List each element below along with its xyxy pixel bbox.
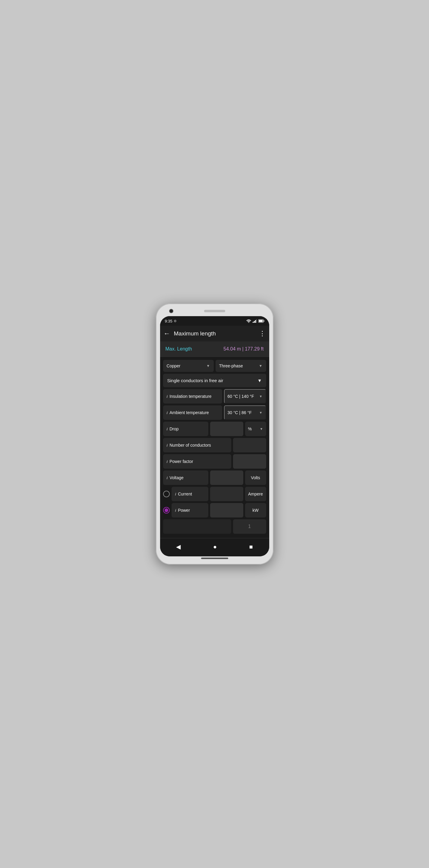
insulation-temp-chevron-icon: ▼ xyxy=(259,395,263,398)
material-dropdown[interactable]: Copper ▼ xyxy=(163,360,214,372)
power-factor-row: i Power factor 0.85 xyxy=(163,454,266,469)
phase-dropdown[interactable]: Three-phase ▼ xyxy=(216,360,266,372)
current-radio[interactable] xyxy=(163,491,170,497)
power-unit-label: kW xyxy=(252,508,258,513)
power-row: i Power 14 kW xyxy=(163,503,266,518)
phase-chevron-icon: ▼ xyxy=(259,364,263,368)
installation-type-label: Single conductors in free air xyxy=(167,378,223,383)
svg-rect-4 xyxy=(256,319,257,323)
current-row: i Current 23.7732 Ampere xyxy=(163,487,266,501)
drop-unit-dropdown[interactable]: % ▼ xyxy=(245,422,266,436)
insulation-temp-dropdown[interactable]: 60 °C | 140 °F ▼ xyxy=(224,389,266,404)
bottom-notch xyxy=(201,558,228,559)
status-icons xyxy=(246,319,265,323)
battery-icon xyxy=(258,319,265,323)
svg-rect-6 xyxy=(264,320,264,322)
current-unit-label: Ampere xyxy=(248,492,263,496)
partial-label xyxy=(163,519,231,534)
voltage-label: i Voltage xyxy=(163,470,208,485)
svg-rect-2 xyxy=(254,321,255,323)
power-factor-input[interactable]: 0.85 xyxy=(233,454,266,469)
svg-rect-3 xyxy=(255,320,256,323)
power-radio[interactable] xyxy=(163,507,170,514)
phone-top-bar xyxy=(160,309,269,316)
ambient-temp-value: 30 °C | 86 °F xyxy=(227,410,252,415)
voltage-unit: Volts xyxy=(245,470,266,485)
voltage-row: i Voltage 400 Volts xyxy=(163,470,266,485)
svg-rect-1 xyxy=(253,322,253,323)
current-info-icon[interactable]: i xyxy=(175,492,176,496)
power-info-icon[interactable]: i xyxy=(175,508,176,513)
material-phase-row: Copper ▼ Three-phase ▼ xyxy=(163,360,266,372)
nav-bar: ◀ ● ■ xyxy=(160,538,269,556)
power-text: Power xyxy=(178,508,190,513)
ambient-temp-label: i Ambient temperature xyxy=(163,405,222,420)
voltage-unit-label: Volts xyxy=(251,475,260,480)
wifi-icon xyxy=(246,319,251,323)
conductors-label: i Number of conductors xyxy=(163,438,231,453)
conductors-text: Number of conductors xyxy=(170,443,211,447)
recents-nav-button[interactable]: ■ xyxy=(243,541,259,552)
back-button[interactable]: ← xyxy=(164,330,170,338)
current-unit: Ampere xyxy=(245,487,266,501)
power-unit: kW xyxy=(245,503,266,518)
drop-unit-label: % xyxy=(248,427,252,431)
insulation-temp-info-icon[interactable]: i xyxy=(167,394,168,399)
status-bar: 9:35 ⚙ xyxy=(160,316,269,326)
material-label: Copper xyxy=(167,364,181,368)
phone-shell: 9:35 ⚙ xyxy=(156,304,273,564)
svg-point-0 xyxy=(248,322,249,323)
signal-icon xyxy=(253,319,257,323)
material-chevron-icon: ▼ xyxy=(207,364,210,368)
camera-icon xyxy=(169,309,173,313)
installation-type-row: Single conductors in free air ▼ xyxy=(163,374,266,387)
current-label: i Current xyxy=(172,487,208,501)
ambient-temp-text: Ambient temperature xyxy=(170,410,209,415)
power-label: i Power xyxy=(172,503,208,518)
partial-input: 1 xyxy=(233,519,266,534)
voltage-input[interactable]: 400 xyxy=(210,470,243,485)
power-factor-label: i Power factor xyxy=(163,454,231,469)
result-banner: Max. Length 54.04 m | 177.29 ft xyxy=(160,341,269,357)
conductors-input[interactable]: 3 xyxy=(233,438,266,453)
installation-chevron-icon: ▼ xyxy=(257,378,262,383)
conductors-row: i Number of conductors 3 xyxy=(163,438,266,453)
content-area: Copper ▼ Three-phase ▼ Single conductors… xyxy=(160,357,269,538)
phone-screen: 9:35 ⚙ xyxy=(160,316,269,556)
voltage-text: Voltage xyxy=(170,475,184,480)
insulation-temp-row: i Insulation temperature 60 °C | 140 °F … xyxy=(163,389,266,404)
insulation-temp-value: 60 °C | 140 °F xyxy=(227,394,254,399)
current-input[interactable]: 23.7732 xyxy=(210,487,243,501)
insulation-temp-label: i Insulation temperature xyxy=(163,389,222,404)
ambient-temp-row: i Ambient temperature 30 °C | 86 °F ▼ xyxy=(163,405,266,420)
speaker-grill xyxy=(204,310,225,312)
voltage-info-icon[interactable]: i xyxy=(167,475,168,480)
clock: 9:35 xyxy=(165,319,173,323)
power-factor-text: Power factor xyxy=(170,459,193,464)
drop-info-icon[interactable]: i xyxy=(167,427,168,431)
drop-text: Drop xyxy=(170,427,179,431)
drop-row: i Drop 4 % ▼ xyxy=(163,422,266,436)
drop-unit-chevron-icon: ▼ xyxy=(260,427,263,431)
result-value: 54.04 m | 177.29 ft xyxy=(223,346,264,352)
ambient-temp-chevron-icon: ▼ xyxy=(259,411,263,414)
phase-label: Three-phase xyxy=(219,364,243,368)
page-title: Maximum length xyxy=(174,330,259,337)
home-nav-button[interactable]: ● xyxy=(207,541,223,552)
gear-icon: ⚙ xyxy=(174,319,177,323)
ambient-temp-info-icon[interactable]: i xyxy=(167,410,168,415)
ambient-temp-dropdown[interactable]: 30 °C | 86 °F ▼ xyxy=(224,405,266,420)
power-input[interactable]: 14 xyxy=(210,503,243,518)
power-factor-info-icon[interactable]: i xyxy=(167,459,168,464)
back-nav-button[interactable]: ◀ xyxy=(170,541,187,552)
app-bar: ← Maximum length ⋮ xyxy=(160,326,269,341)
partial-row: 1 xyxy=(163,519,266,534)
more-menu-button[interactable]: ⋮ xyxy=(259,330,266,338)
conductors-info-icon[interactable]: i xyxy=(167,443,168,447)
status-time: 9:35 ⚙ xyxy=(165,319,177,323)
drop-input[interactable]: 4 xyxy=(210,422,243,436)
result-label: Max. Length xyxy=(165,346,192,352)
installation-type-dropdown[interactable]: Single conductors in free air ▼ xyxy=(163,374,266,387)
svg-rect-7 xyxy=(259,320,263,322)
current-text: Current xyxy=(178,492,192,496)
